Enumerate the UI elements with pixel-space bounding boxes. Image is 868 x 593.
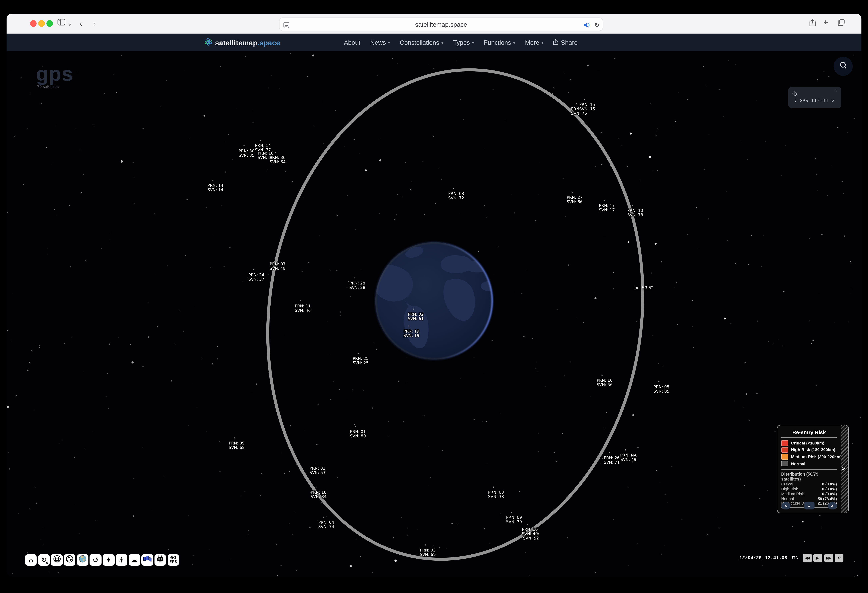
- satellite-label-prn-28-svn-28[interactable]: PRN: 28SVN: 28: [349, 281, 365, 290]
- satellite-label-prn-01-svn-63[interactable]: PRN: 01SVN: 63: [310, 466, 325, 475]
- legend-row: High Risk (180-200km): [781, 447, 837, 453]
- satellite-label-prn-18-svn-34[interactable]: PRN: 18SVN: 34: [311, 490, 326, 500]
- tabs-overview-icon[interactable]: [837, 19, 845, 29]
- nav-item-news[interactable]: News▾: [370, 39, 390, 46]
- risk-next-button[interactable]: >: [828, 502, 837, 509]
- play-pause-button[interactable]: ▶|: [813, 554, 822, 562]
- sun-button[interactable]: ☀: [115, 554, 127, 566]
- home-button-icon: ⌂: [29, 556, 33, 564]
- nav-item-constellations[interactable]: Constellations▾: [400, 39, 443, 46]
- chevron-down-icon: ▾: [388, 41, 390, 45]
- reader-icon[interactable]: [283, 21, 289, 31]
- robot-button-icon: [156, 555, 164, 565]
- satellite-label-prn-14-svn-14[interactable]: PRN: 14SVN: 14: [207, 183, 223, 192]
- share-icon[interactable]: [809, 19, 816, 30]
- nav-item-share[interactable]: Share: [553, 39, 577, 46]
- rotate-button[interactable]: ↺: [90, 554, 101, 566]
- satellite-label-prn-11-svn-46[interactable]: PRN: 11SVN: 46: [295, 304, 311, 313]
- svn-line: SVN: 14: [207, 188, 223, 192]
- nav-item-more[interactable]: More▾: [525, 39, 543, 46]
- satellite-label-prn-02-svn-61[interactable]: PRN: 02SVN: 61: [408, 312, 424, 321]
- satellite-label-prn-26-svn-71[interactable]: PRN: 26SVN: 71: [604, 456, 620, 465]
- nav-item-about[interactable]: About: [344, 39, 360, 46]
- svn-line: SVN: 48: [270, 267, 285, 271]
- atom-icon: [204, 38, 213, 48]
- map-scene[interactable]: gps 79 satellites Inc: 53.5° × i GPS IIF…: [7, 51, 861, 577]
- earth-color-button[interactable]: [77, 554, 89, 566]
- satellite-label-prn-01-svn-80[interactable]: PRN: 01SVN: 80: [350, 430, 366, 439]
- satellite-label-prn-03-svn-69[interactable]: PRN: 03SVN: 69: [420, 548, 435, 558]
- satellite-label-prn-17-svn-17[interactable]: PRN: 17SVN: 17: [599, 204, 615, 213]
- robot-button[interactable]: [155, 554, 166, 566]
- satellite-label-prn-16-svn-56[interactable]: PRN: 16SVN: 56: [597, 379, 613, 387]
- distribution-value: 0 (0.0%): [822, 482, 837, 487]
- timezone-label: UTC: [790, 556, 798, 560]
- satellite-label-prn-09-svn-39[interactable]: PRN: 09SVN: 39: [506, 515, 522, 525]
- earth-mono-button[interactable]: [64, 554, 75, 566]
- satellite-label-prn-10-svn-73[interactable]: PRN: 10SVN: 73: [627, 209, 643, 218]
- svn-line: SVN: 25: [353, 361, 369, 366]
- auto-rotate-button[interactable]: ↻A: [38, 554, 50, 566]
- zoom-window-button[interactable]: [46, 20, 53, 27]
- satellite-button[interactable]: [142, 554, 153, 566]
- svn-line: SVN: 63: [310, 471, 325, 475]
- sparkles-button[interactable]: ✦: [103, 554, 114, 566]
- risk-prev-button[interactable]: <: [781, 502, 790, 509]
- clouds-button[interactable]: ☁: [128, 554, 140, 566]
- satellite-label-prn-09-svn-68[interactable]: PRN: 09SVN: 68: [229, 441, 245, 450]
- back-icon[interactable]: ‹: [80, 19, 82, 28]
- svn-line: SVN: 72: [448, 196, 464, 201]
- earth[interactable]: [373, 241, 496, 360]
- address-bar[interactable]: satellitemap.space ↻: [279, 18, 603, 31]
- info-icon[interactable]: i: [795, 98, 797, 103]
- home-button[interactable]: ⌂: [25, 554, 37, 566]
- satellite-label-prn-19-svn-19[interactable]: PRN: 19SVN: 19: [403, 329, 419, 339]
- globe-grid-button[interactable]: [51, 554, 63, 566]
- minimize-window-button[interactable]: [38, 20, 45, 27]
- nav-menu: AboutNews▾Constellations▾Types▾Functions…: [344, 34, 577, 51]
- satellite-label-prn-07-svn-48[interactable]: PRN: 07SVN: 48: [270, 262, 285, 271]
- distribution-value: 58 (73.4%): [818, 496, 837, 501]
- satellite-label-prn-08-svn-38[interactable]: PRN: 08SVN: 38: [488, 490, 504, 500]
- satellite-label-prn-30-svn-35[interactable]: PRN: 30SVN: 35: [239, 149, 254, 158]
- audio-playing-icon[interactable]: [583, 20, 590, 30]
- forward-icon[interactable]: ›: [93, 19, 96, 28]
- new-tab-icon[interactable]: +: [823, 18, 828, 27]
- nav-item-label: More: [525, 39, 539, 46]
- satellite-label-prn-30-svn-64[interactable]: PRN: 30SVN: 64: [270, 155, 285, 165]
- satellite-label-prn-27-svn-66[interactable]: PRN: 27SVN: 66: [567, 195, 583, 205]
- deselect-satellite-icon[interactable]: ×: [832, 98, 834, 103]
- panel-collapse-handle[interactable]: >: [841, 425, 848, 513]
- nav-item-functions[interactable]: Functions▾: [484, 39, 515, 46]
- nav-item-label: News: [370, 39, 386, 46]
- reset-time-button[interactable]: ↻: [835, 554, 843, 562]
- svn-line: SVN: 35: [239, 154, 254, 158]
- distribution-row: Critical0 (0.0%): [781, 482, 837, 487]
- skip-back-button[interactable]: ◀◀: [803, 554, 812, 562]
- satellite-label-prn-NA-svn-49[interactable]: PRN: NASVN: 49: [620, 453, 637, 462]
- satellite-label-prn-08-svn-72[interactable]: PRN: 08SVN: 72: [448, 192, 464, 201]
- sidebar-icon[interactable]: [57, 19, 65, 28]
- satellite-label-prn-25-svn-25[interactable]: PRN: 25SVN: 25: [353, 356, 369, 366]
- close-window-button[interactable]: [30, 20, 37, 27]
- satellite-label-prn-05-svn-05[interactable]: PRN: 05SVN: 05: [654, 385, 669, 394]
- time-control: 12/04/26 12:41:08 UTC ◀◀▶|▶▶↻: [740, 554, 843, 562]
- risk-menu-button[interactable]: ≡: [804, 502, 814, 509]
- nav-item-types[interactable]: Types▾: [453, 39, 474, 46]
- satellite-label-prn-04-svn-74[interactable]: PRN: 04SVN: 74: [318, 521, 334, 529]
- fast-forward-button[interactable]: ▶▶: [824, 554, 833, 562]
- satellite-label-prn-10-svn-40[interactable]: PRN: 10SVN: 40: [522, 528, 538, 537]
- site-logo[interactable]: satellitemap.space: [204, 38, 280, 48]
- fps-button[interactable]: 60FPS: [167, 554, 179, 566]
- satellite-label-prn-15-svn-15[interactable]: PRN: 15SVN: 15: [579, 103, 595, 112]
- svn-line: SVN: 56: [597, 383, 613, 387]
- close-panel-icon[interactable]: ×: [834, 88, 837, 93]
- selected-satellite-name: GPS IIF-11: [800, 98, 829, 103]
- chevron-down-icon: ▾: [542, 41, 543, 45]
- reload-icon[interactable]: ↻: [594, 22, 599, 29]
- search-button[interactable]: [834, 57, 853, 76]
- move-handle-icon[interactable]: [792, 89, 797, 99]
- satellite-label-prn-24-svn-37[interactable]: PRN: 24SVN: 37: [248, 273, 264, 282]
- date-label[interactable]: 12/04/26: [740, 555, 762, 561]
- chevron-down-icon[interactable]: ∨: [68, 20, 71, 30]
